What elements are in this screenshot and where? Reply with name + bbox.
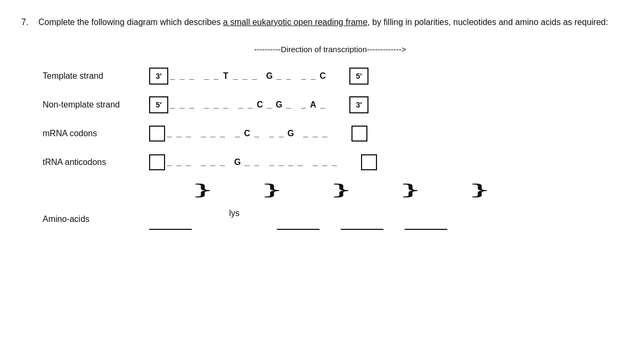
mrna-label: mRNA codons — [43, 129, 149, 138]
brace-char-5: } — [472, 181, 488, 198]
nd3: _ — [187, 100, 197, 110]
ng-letter: G — [275, 100, 284, 110]
brackets-row: } } } } } — [168, 181, 618, 198]
amino-blank-2-under — [213, 218, 256, 230]
td12: _ — [296, 158, 306, 167]
template-strand-label: Template strand — [43, 71, 149, 81]
md8: _ — [252, 129, 262, 138]
nc-letter: C — [256, 100, 265, 110]
mrna-row: mRNA codons _ _ _ _ _ _ _ C _ _ _ G _ — [43, 124, 618, 143]
td6: _ — [218, 158, 228, 167]
trna-content: _ _ _ _ _ _ G _ _ _ _ _ _ _ _ _ — [149, 154, 618, 170]
amino-blank-1 — [149, 218, 192, 230]
mc-letter: C — [243, 129, 252, 138]
brace-2: } — [237, 181, 307, 198]
diagram-container: ----------Direction of transcription----… — [43, 45, 618, 230]
d11: _ — [299, 71, 309, 81]
brace-char-2: } — [264, 181, 280, 198]
brace-char-3: } — [333, 181, 349, 198]
amino-blank-4 — [341, 218, 383, 230]
td11: _ — [286, 158, 296, 167]
td10: _ — [277, 158, 286, 167]
amino-entry-4 — [341, 218, 383, 230]
d12: _ — [309, 71, 318, 81]
d1: _ — [168, 71, 178, 81]
trna-left-box — [149, 154, 165, 170]
td2: _ — [175, 158, 184, 167]
md4: _ — [199, 129, 209, 138]
question-container: 7. Complete the following diagram which … — [21, 16, 618, 230]
nd5: _ — [212, 100, 222, 110]
amino-blank-3 — [277, 218, 320, 230]
template-left-box: 3' — [149, 68, 168, 85]
amino-content: lys — [149, 209, 447, 230]
mg-letter: G — [286, 129, 296, 138]
na-letter: A — [309, 100, 318, 110]
td4: _ — [199, 158, 209, 167]
direction-label: ----------Direction of transcription----… — [43, 45, 618, 54]
amino-entry-1 — [149, 218, 192, 230]
d2: _ — [178, 71, 187, 81]
d9: _ — [275, 71, 284, 81]
td7: _ — [243, 158, 252, 167]
d10: _ — [284, 71, 294, 81]
template-strand-content: 3' _ _ _ _ _ T _ _ _ G _ _ _ _ C 5' — [149, 68, 618, 85]
amino-row: Amino-acids lys — [43, 209, 618, 230]
d3: _ — [187, 71, 197, 81]
question-header: 7. Complete the following diagram which … — [21, 16, 618, 29]
nd8: _ — [246, 100, 256, 110]
md9: _ — [267, 129, 277, 138]
td13: _ — [311, 158, 321, 167]
td15: _ — [330, 158, 340, 167]
nd6: _ — [222, 100, 231, 110]
md10: _ — [277, 129, 286, 138]
md12: _ — [311, 129, 321, 138]
nd9: _ — [265, 100, 275, 110]
brace-5: } — [445, 181, 514, 198]
trna-right-box — [361, 154, 377, 170]
nd11: _ — [299, 100, 309, 110]
d6: _ — [231, 71, 241, 81]
g-letter1: G — [265, 71, 275, 81]
brace-3: } — [307, 181, 376, 198]
md6: _ — [218, 129, 228, 138]
td3: _ — [184, 158, 194, 167]
td1: _ — [165, 158, 175, 167]
question-number: 7. — [21, 16, 34, 29]
non-template-strand-row: Non-template strand 5' _ _ _ _ _ _ _ _ C… — [43, 95, 618, 114]
question-underlined: a small eukaryotic open reading frame — [223, 18, 367, 27]
template-strand-row: Template strand 3' _ _ _ _ _ T _ _ _ G _… — [43, 67, 618, 86]
question-text-part1: Complete the following diagram which des… — [38, 18, 223, 27]
brace-4: } — [376, 181, 445, 198]
d5: _ — [212, 71, 222, 81]
trna-row: tRNA anticodons _ _ _ _ _ _ G _ _ _ _ _ … — [43, 153, 618, 172]
amino-lys: lys — [213, 209, 256, 218]
non-template-strand-label: Non-template strand — [43, 100, 149, 110]
td8: _ — [252, 158, 262, 167]
d8: _ — [250, 71, 260, 81]
md1: _ — [165, 129, 175, 138]
question-text-part2: , by filling in polarities, nucleotides … — [367, 18, 608, 27]
non-template-right-box: 3' — [349, 96, 368, 113]
nd7: _ — [236, 100, 246, 110]
non-template-strand-content: 5' _ _ _ _ _ _ _ _ C _ G _ _ A _ 3' — [149, 96, 618, 113]
t-letter: T — [222, 71, 231, 81]
md11: _ — [301, 129, 311, 138]
amino-entry-5 — [405, 218, 447, 230]
brace-char-1: } — [195, 181, 211, 198]
td14: _ — [321, 158, 330, 167]
template-right-box: 5' — [349, 68, 368, 85]
nd10: _ — [284, 100, 294, 110]
amino-blank-5 — [405, 218, 447, 230]
mrna-right-box — [351, 126, 367, 142]
trna-label: tRNA anticodons — [43, 158, 149, 167]
amino-label: Amino-acids — [43, 214, 149, 224]
mrna-content: _ _ _ _ _ _ _ C _ _ _ G _ _ _ — [149, 126, 618, 142]
md7: _ — [233, 129, 243, 138]
brace-1: } — [168, 181, 237, 198]
md13: _ — [321, 129, 330, 138]
non-template-left-box: 5' — [149, 96, 168, 113]
d4: _ — [202, 71, 212, 81]
td9: _ — [267, 158, 277, 167]
brace-char-4: } — [403, 181, 419, 198]
